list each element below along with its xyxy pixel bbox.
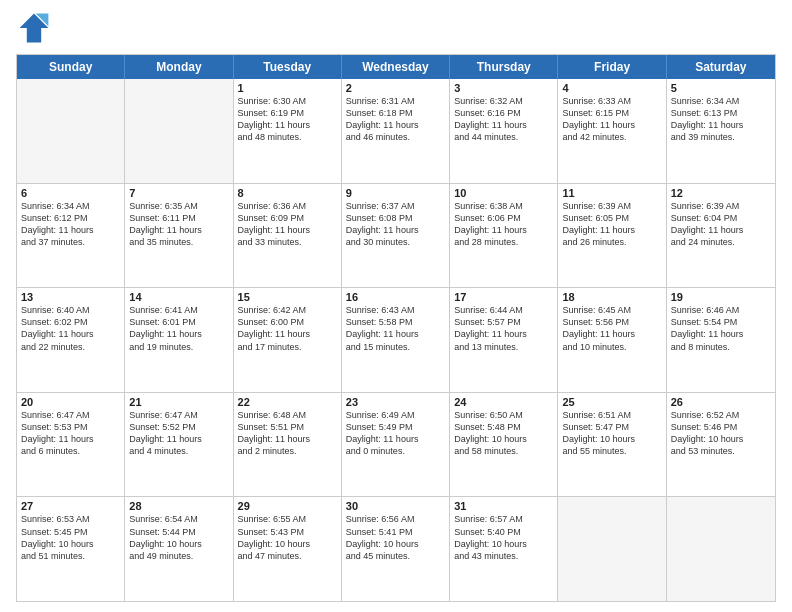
day-detail: Sunrise: 6:38 AM Sunset: 6:06 PM Dayligh… [454, 200, 553, 249]
calendar-row-1: 6Sunrise: 6:34 AM Sunset: 6:12 PM Daylig… [17, 183, 775, 288]
calendar-cell-day-19: 19Sunrise: 6:46 AM Sunset: 5:54 PM Dayli… [667, 288, 775, 392]
calendar-cell-day-6: 6Sunrise: 6:34 AM Sunset: 6:12 PM Daylig… [17, 184, 125, 288]
page: SundayMondayTuesdayWednesdayThursdayFrid… [0, 0, 792, 612]
day-detail: Sunrise: 6:39 AM Sunset: 6:05 PM Dayligh… [562, 200, 661, 249]
day-detail: Sunrise: 6:45 AM Sunset: 5:56 PM Dayligh… [562, 304, 661, 353]
day-number: 21 [129, 396, 228, 408]
day-number: 6 [21, 187, 120, 199]
calendar-cell-day-2: 2Sunrise: 6:31 AM Sunset: 6:18 PM Daylig… [342, 79, 450, 183]
calendar-cell-day-18: 18Sunrise: 6:45 AM Sunset: 5:56 PM Dayli… [558, 288, 666, 392]
weekday-header-monday: Monday [125, 55, 233, 79]
calendar-cell-day-25: 25Sunrise: 6:51 AM Sunset: 5:47 PM Dayli… [558, 393, 666, 497]
calendar-cell-empty [17, 79, 125, 183]
calendar-cell-day-13: 13Sunrise: 6:40 AM Sunset: 6:02 PM Dayli… [17, 288, 125, 392]
calendar-cell-day-31: 31Sunrise: 6:57 AM Sunset: 5:40 PM Dayli… [450, 497, 558, 601]
day-number: 20 [21, 396, 120, 408]
day-number: 8 [238, 187, 337, 199]
day-number: 29 [238, 500, 337, 512]
day-detail: Sunrise: 6:51 AM Sunset: 5:47 PM Dayligh… [562, 409, 661, 458]
header [16, 10, 776, 46]
weekday-header-wednesday: Wednesday [342, 55, 450, 79]
day-detail: Sunrise: 6:31 AM Sunset: 6:18 PM Dayligh… [346, 95, 445, 144]
calendar-cell-day-26: 26Sunrise: 6:52 AM Sunset: 5:46 PM Dayli… [667, 393, 775, 497]
calendar: SundayMondayTuesdayWednesdayThursdayFrid… [16, 54, 776, 602]
day-number: 18 [562, 291, 661, 303]
day-detail: Sunrise: 6:32 AM Sunset: 6:16 PM Dayligh… [454, 95, 553, 144]
calendar-cell-day-5: 5Sunrise: 6:34 AM Sunset: 6:13 PM Daylig… [667, 79, 775, 183]
day-detail: Sunrise: 6:41 AM Sunset: 6:01 PM Dayligh… [129, 304, 228, 353]
calendar-cell-day-1: 1Sunrise: 6:30 AM Sunset: 6:19 PM Daylig… [234, 79, 342, 183]
logo-icon [16, 10, 52, 46]
day-number: 31 [454, 500, 553, 512]
calendar-body: 1Sunrise: 6:30 AM Sunset: 6:19 PM Daylig… [17, 79, 775, 601]
calendar-cell-day-24: 24Sunrise: 6:50 AM Sunset: 5:48 PM Dayli… [450, 393, 558, 497]
day-number: 7 [129, 187, 228, 199]
day-detail: Sunrise: 6:55 AM Sunset: 5:43 PM Dayligh… [238, 513, 337, 562]
weekday-header-friday: Friday [558, 55, 666, 79]
day-detail: Sunrise: 6:46 AM Sunset: 5:54 PM Dayligh… [671, 304, 771, 353]
day-detail: Sunrise: 6:53 AM Sunset: 5:45 PM Dayligh… [21, 513, 120, 562]
day-detail: Sunrise: 6:57 AM Sunset: 5:40 PM Dayligh… [454, 513, 553, 562]
day-detail: Sunrise: 6:44 AM Sunset: 5:57 PM Dayligh… [454, 304, 553, 353]
calendar-row-2: 13Sunrise: 6:40 AM Sunset: 6:02 PM Dayli… [17, 287, 775, 392]
calendar-cell-day-22: 22Sunrise: 6:48 AM Sunset: 5:51 PM Dayli… [234, 393, 342, 497]
day-number: 27 [21, 500, 120, 512]
calendar-cell-day-20: 20Sunrise: 6:47 AM Sunset: 5:53 PM Dayli… [17, 393, 125, 497]
calendar-cell-empty [125, 79, 233, 183]
calendar-cell-day-15: 15Sunrise: 6:42 AM Sunset: 6:00 PM Dayli… [234, 288, 342, 392]
day-number: 10 [454, 187, 553, 199]
day-detail: Sunrise: 6:52 AM Sunset: 5:46 PM Dayligh… [671, 409, 771, 458]
day-detail: Sunrise: 6:39 AM Sunset: 6:04 PM Dayligh… [671, 200, 771, 249]
calendar-cell-day-3: 3Sunrise: 6:32 AM Sunset: 6:16 PM Daylig… [450, 79, 558, 183]
day-number: 1 [238, 82, 337, 94]
day-detail: Sunrise: 6:47 AM Sunset: 5:53 PM Dayligh… [21, 409, 120, 458]
calendar-cell-day-10: 10Sunrise: 6:38 AM Sunset: 6:06 PM Dayli… [450, 184, 558, 288]
day-detail: Sunrise: 6:47 AM Sunset: 5:52 PM Dayligh… [129, 409, 228, 458]
day-number: 13 [21, 291, 120, 303]
calendar-cell-day-9: 9Sunrise: 6:37 AM Sunset: 6:08 PM Daylig… [342, 184, 450, 288]
weekday-header-tuesday: Tuesday [234, 55, 342, 79]
logo [16, 10, 56, 46]
weekday-header-thursday: Thursday [450, 55, 558, 79]
day-number: 23 [346, 396, 445, 408]
day-number: 11 [562, 187, 661, 199]
day-number: 2 [346, 82, 445, 94]
calendar-cell-day-14: 14Sunrise: 6:41 AM Sunset: 6:01 PM Dayli… [125, 288, 233, 392]
calendar-cell-day-7: 7Sunrise: 6:35 AM Sunset: 6:11 PM Daylig… [125, 184, 233, 288]
day-number: 30 [346, 500, 445, 512]
day-number: 17 [454, 291, 553, 303]
calendar-row-3: 20Sunrise: 6:47 AM Sunset: 5:53 PM Dayli… [17, 392, 775, 497]
calendar-cell-day-12: 12Sunrise: 6:39 AM Sunset: 6:04 PM Dayli… [667, 184, 775, 288]
day-number: 15 [238, 291, 337, 303]
day-detail: Sunrise: 6:34 AM Sunset: 6:12 PM Dayligh… [21, 200, 120, 249]
weekday-header-saturday: Saturday [667, 55, 775, 79]
day-number: 25 [562, 396, 661, 408]
calendar-row-0: 1Sunrise: 6:30 AM Sunset: 6:19 PM Daylig… [17, 79, 775, 183]
calendar-cell-day-21: 21Sunrise: 6:47 AM Sunset: 5:52 PM Dayli… [125, 393, 233, 497]
day-number: 26 [671, 396, 771, 408]
day-detail: Sunrise: 6:34 AM Sunset: 6:13 PM Dayligh… [671, 95, 771, 144]
calendar-cell-day-8: 8Sunrise: 6:36 AM Sunset: 6:09 PM Daylig… [234, 184, 342, 288]
calendar-row-4: 27Sunrise: 6:53 AM Sunset: 5:45 PM Dayli… [17, 496, 775, 601]
calendar-cell-day-28: 28Sunrise: 6:54 AM Sunset: 5:44 PM Dayli… [125, 497, 233, 601]
day-detail: Sunrise: 6:35 AM Sunset: 6:11 PM Dayligh… [129, 200, 228, 249]
calendar-cell-day-17: 17Sunrise: 6:44 AM Sunset: 5:57 PM Dayli… [450, 288, 558, 392]
day-number: 4 [562, 82, 661, 94]
day-detail: Sunrise: 6:36 AM Sunset: 6:09 PM Dayligh… [238, 200, 337, 249]
day-number: 16 [346, 291, 445, 303]
day-number: 14 [129, 291, 228, 303]
day-detail: Sunrise: 6:40 AM Sunset: 6:02 PM Dayligh… [21, 304, 120, 353]
day-number: 19 [671, 291, 771, 303]
calendar-cell-day-29: 29Sunrise: 6:55 AM Sunset: 5:43 PM Dayli… [234, 497, 342, 601]
weekday-header-sunday: Sunday [17, 55, 125, 79]
day-detail: Sunrise: 6:54 AM Sunset: 5:44 PM Dayligh… [129, 513, 228, 562]
day-number: 24 [454, 396, 553, 408]
day-number: 28 [129, 500, 228, 512]
calendar-cell-day-16: 16Sunrise: 6:43 AM Sunset: 5:58 PM Dayli… [342, 288, 450, 392]
day-number: 22 [238, 396, 337, 408]
day-number: 12 [671, 187, 771, 199]
day-detail: Sunrise: 6:30 AM Sunset: 6:19 PM Dayligh… [238, 95, 337, 144]
calendar-cell-day-30: 30Sunrise: 6:56 AM Sunset: 5:41 PM Dayli… [342, 497, 450, 601]
day-detail: Sunrise: 6:43 AM Sunset: 5:58 PM Dayligh… [346, 304, 445, 353]
day-detail: Sunrise: 6:49 AM Sunset: 5:49 PM Dayligh… [346, 409, 445, 458]
